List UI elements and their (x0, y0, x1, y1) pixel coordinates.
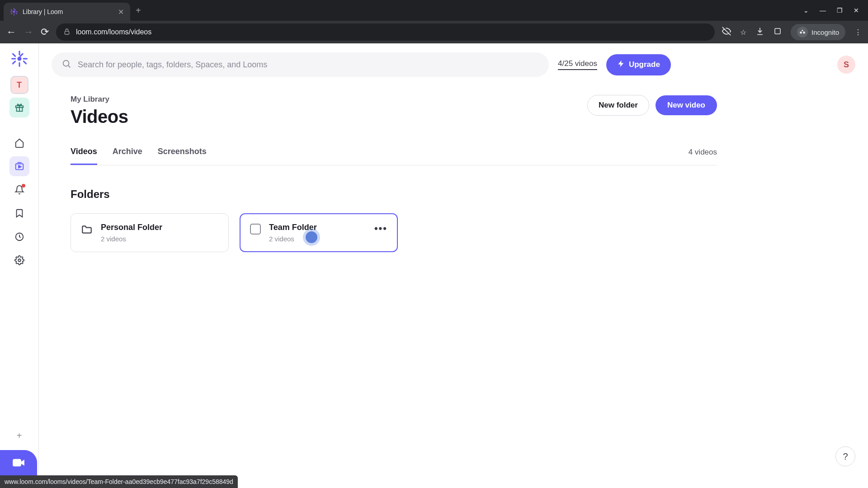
bookmark-icon[interactable] (9, 203, 29, 223)
svg-point-26 (63, 61, 69, 66)
folder-name: Personal Folder (101, 223, 218, 232)
svg-rect-1 (14, 8, 14, 10)
sidebar: T + A (0, 43, 39, 475)
search-input[interactable] (78, 60, 539, 70)
svg-rect-5 (11, 9, 13, 11)
downloads-icon[interactable] (755, 27, 764, 38)
lightning-icon (617, 60, 625, 70)
tab-close-icon[interactable]: ✕ (118, 8, 124, 16)
svg-point-0 (13, 11, 15, 13)
folder-select-checkbox[interactable] (250, 224, 261, 235)
tab-screenshots[interactable]: Screenshots (158, 147, 207, 165)
loom-favicon-icon (10, 8, 18, 16)
browser-chrome: Library | Loom ✕ + ⌄ ― ❐ ✕ ← → ⟳ loom.co… (0, 0, 868, 43)
new-video-button[interactable]: New video (656, 95, 717, 115)
new-folder-button[interactable]: New folder (587, 95, 649, 116)
folder-meta: 2 videos (101, 235, 218, 243)
home-icon[interactable] (9, 133, 29, 153)
incognito-icon (797, 27, 808, 38)
svg-rect-10 (775, 28, 780, 34)
close-window-icon[interactable]: ✕ (854, 7, 859, 14)
svg-rect-7 (14, 9, 16, 11)
add-workspace-icon[interactable]: + (17, 431, 22, 441)
content: My Library Videos New folder New video V… (39, 77, 735, 252)
notification-dot (22, 184, 25, 188)
address-bar: ← → ⟳ loom.com/looms/videos ☆ Incognito … (0, 21, 868, 43)
loom-logo-icon[interactable] (11, 51, 28, 69)
help-button[interactable]: ? (835, 446, 855, 466)
tab-archive[interactable]: Archive (113, 147, 142, 165)
forward-icon[interactable]: → (24, 26, 33, 38)
svg-rect-3 (10, 11, 13, 12)
incognito-badge[interactable]: Incognito (791, 24, 845, 40)
back-icon[interactable]: ← (6, 26, 16, 38)
folder-grid: Personal Folder 2 videos Team Folder 2 v… (71, 213, 717, 252)
svg-point-11 (17, 57, 21, 61)
svg-rect-17 (23, 60, 27, 65)
content-header: My Library Videos New folder New video (71, 95, 717, 127)
tab-videos[interactable]: Videos (71, 147, 97, 165)
svg-rect-16 (12, 53, 16, 57)
svg-rect-13 (19, 62, 20, 67)
browser-menu-icon[interactable]: ⋮ (854, 28, 862, 37)
notifications-icon[interactable] (9, 180, 29, 200)
folder-meta: 2 videos (269, 235, 366, 243)
breadcrumb[interactable]: My Library (71, 95, 128, 104)
eye-off-icon[interactable] (722, 27, 731, 38)
svg-rect-2 (14, 14, 14, 16)
url-field[interactable]: loom.com/looms/videos (56, 23, 715, 41)
svg-rect-27 (13, 460, 20, 466)
maximize-icon[interactable]: ❐ (837, 7, 843, 14)
search-box[interactable] (52, 52, 549, 77)
bookmark-star-icon[interactable]: ☆ (740, 28, 746, 37)
folder-card-team[interactable]: Team Folder 2 videos ••• (240, 213, 398, 252)
svg-rect-8 (11, 13, 13, 14)
reload-icon[interactable]: ⟳ (41, 26, 49, 38)
folder-icon (81, 224, 93, 235)
folder-card-personal[interactable]: Personal Folder 2 videos (71, 213, 229, 252)
upgrade-label: Upgrade (629, 60, 660, 69)
extensions-icon[interactable] (774, 27, 782, 37)
history-icon[interactable] (9, 227, 29, 247)
new-tab-button[interactable]: + (136, 5, 141, 16)
svg-point-25 (18, 259, 21, 262)
folders-heading: Folders (71, 188, 717, 201)
cursor-indicator (306, 231, 317, 243)
tabs: Videos Archive Screenshots 4 videos (71, 147, 717, 165)
status-bar: www.loom.com/looms/videos/Team-Folder-aa… (0, 475, 238, 488)
video-count: 4 videos (689, 148, 717, 164)
folder-more-icon[interactable]: ••• (374, 223, 387, 235)
page-title: Videos (71, 107, 128, 127)
library-icon[interactable] (9, 156, 29, 176)
window-controls: ⌄ ― ❐ ✕ (803, 7, 864, 14)
svg-marker-23 (19, 165, 21, 168)
url-text: loom.com/looms/videos (76, 28, 151, 36)
user-avatar[interactable]: S (837, 56, 855, 74)
upgrade-button[interactable]: Upgrade (606, 54, 671, 75)
video-quota[interactable]: 4/25 videos (558, 59, 597, 70)
app-root: T + A (0, 43, 868, 475)
svg-rect-15 (23, 58, 28, 60)
settings-icon[interactable] (9, 250, 29, 270)
main-area: 4/25 videos Upgrade S My Library Videos … (39, 43, 868, 475)
svg-rect-12 (19, 51, 20, 56)
folder-name: Team Folder (269, 223, 366, 232)
gift-icon[interactable] (9, 98, 29, 117)
workspace-switcher[interactable]: T (10, 76, 28, 94)
svg-rect-14 (11, 58, 16, 60)
svg-rect-19 (12, 60, 16, 65)
tab-title: Library | Loom (23, 8, 113, 15)
incognito-label: Incognito (811, 28, 839, 36)
search-icon (61, 59, 71, 70)
browser-tab[interactable]: Library | Loom ✕ (4, 3, 130, 21)
svg-rect-4 (16, 11, 18, 12)
minimize-icon[interactable]: ― (820, 7, 826, 14)
svg-rect-6 (15, 13, 17, 14)
status-url: www.loom.com/looms/videos/Team-Folder-aa… (5, 478, 233, 485)
lock-icon (63, 28, 71, 37)
topbar: 4/25 videos Upgrade S (39, 52, 868, 77)
record-button[interactable] (0, 450, 37, 475)
tabs-dropdown-icon[interactable]: ⌄ (803, 7, 809, 14)
tab-bar: Library | Loom ✕ + ⌄ ― ❐ ✕ (0, 0, 868, 21)
svg-rect-9 (65, 31, 69, 34)
